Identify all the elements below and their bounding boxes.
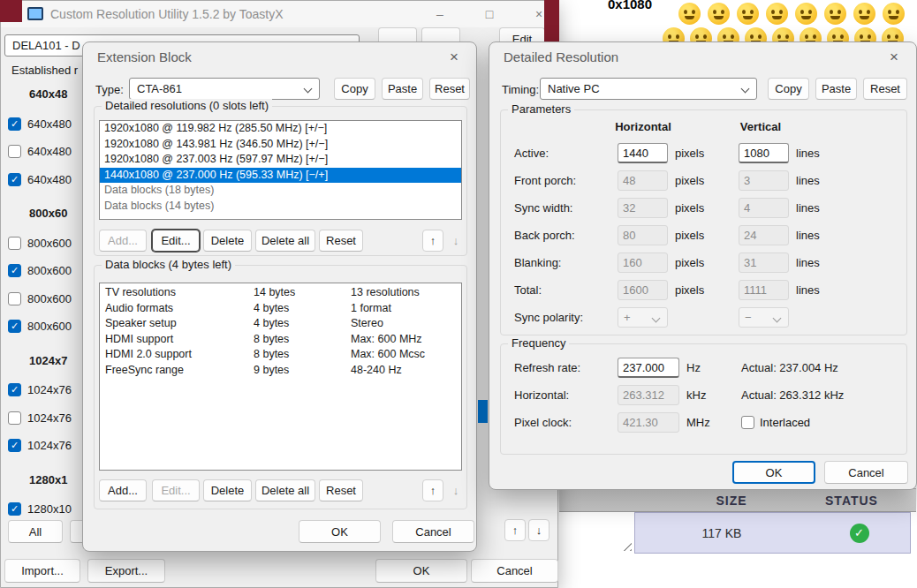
copy-button[interactable]: Copy — [768, 78, 809, 100]
background-resolution-fragment: 0x1080 — [608, 0, 652, 11]
checked-checkbox[interactable]: ✓ — [8, 439, 21, 452]
type-combobox[interactable]: CTA-861 — [129, 78, 320, 100]
resolution-label: 1024x76 — [27, 439, 72, 452]
smiley-emoji-icon — [824, 3, 846, 25]
resize-grip-icon[interactable] — [620, 539, 632, 551]
import-button[interactable]: Import... — [4, 559, 80, 583]
frequency-unit-label: kHz — [686, 388, 734, 402]
chevron-down-icon — [773, 314, 782, 323]
checked-checkbox[interactable]: ✓ — [8, 502, 21, 516]
copy-button[interactable]: Copy — [334, 78, 375, 100]
actual-value-label: Actual: 237.004 Hz — [741, 361, 838, 374]
detailed-resolution-item[interactable]: 1440x1080 @ 237.000 Hz (595.33 MHz) [−/+… — [100, 168, 461, 184]
data-block-row[interactable]: HDMI 2.0 support8 bytesMax: 600 Mcsc — [100, 347, 461, 363]
close-button[interactable]: × — [883, 46, 906, 69]
data-block-bytes: 4 bytes — [254, 301, 351, 317]
minimize-button[interactable]: – — [425, 1, 455, 27]
interlaced-toggle[interactable]: Interlaced — [741, 416, 810, 429]
unchecked-checkbox[interactable] — [8, 237, 21, 250]
resolution-label: 800x600 — [27, 292, 72, 305]
resolution-row[interactable]: ✓640x480 — [8, 170, 84, 189]
move-up-button[interactable]: ↑ — [422, 479, 443, 501]
move-up-button[interactable]: ↑ — [422, 230, 443, 252]
data-block-row[interactable]: FreeSync range9 bytes48-240 Hz — [100, 363, 461, 379]
close-button[interactable]: × — [443, 46, 466, 69]
vertical-value-field[interactable]: 1080 — [739, 143, 789, 163]
parameter-row: Front porch:48pixels3lines — [489, 167, 916, 194]
dialog-title: Extension Block — [97, 49, 192, 64]
data-block-row[interactable]: Audio formats4 bytes1 format — [100, 301, 461, 317]
data-block-row[interactable]: TV resolutions14 bytes13 resolutions — [100, 285, 461, 301]
h-sync-polarity-dropdown: + — [618, 307, 668, 328]
parameter-label: Total: — [514, 283, 618, 297]
checked-checkbox[interactable]: ✓ — [8, 264, 21, 277]
resolution-row[interactable]: ✓1024x76 — [8, 381, 84, 400]
resolution-row[interactable]: ✓800x600 — [8, 261, 84, 281]
resolution-row[interactable]: ✓800x600 — [8, 317, 84, 336]
resolution-group-header: 800x60 — [29, 207, 84, 221]
group-legend: Frequency — [508, 336, 569, 350]
main-ok-button[interactable]: OK — [375, 559, 467, 583]
timing-combobox[interactable]: Native PC — [540, 78, 757, 100]
checked-checkbox[interactable]: ✓ — [8, 117, 21, 131]
all-button[interactable]: All — [8, 520, 63, 543]
detailed-resolution-item[interactable]: Data blocks (18 bytes) — [100, 183, 461, 199]
v-sync-polarity-dropdown: − — [739, 307, 789, 328]
paste-button[interactable]: Paste — [815, 78, 857, 100]
parameter-row: Blanking:160pixels31lines — [489, 249, 916, 276]
sync-polarity-label: Sync polarity: — [514, 311, 618, 324]
paste-button[interactable]: Paste — [382, 78, 423, 100]
ok-button[interactable]: OK — [299, 520, 381, 543]
resolution-row[interactable]: ✓640x480 — [8, 114, 84, 133]
edit-button[interactable]: Edit... — [152, 230, 200, 252]
reset-button[interactable]: Reset — [863, 78, 907, 100]
resolution-label: 1280x10 — [27, 502, 72, 516]
pixels-unit-label: pixels — [675, 174, 731, 187]
detailed-resolution-item[interactable]: 1920x1080 @ 143.981 Hz (346.50 MHz) [+/−… — [100, 137, 461, 153]
frequency-rows: Refresh rate:237.000HzActual: 237.004 Hz… — [489, 354, 916, 436]
delete-button[interactable]: Delete — [203, 230, 252, 252]
cancel-button[interactable]: Cancel — [824, 461, 908, 484]
delete-all-button[interactable]: Delete all — [255, 479, 315, 501]
checked-checkbox[interactable]: ✓ — [8, 173, 21, 186]
unchecked-checkbox[interactable] — [8, 145, 21, 158]
reset-list-button[interactable]: Reset — [319, 479, 363, 501]
move-down-button[interactable]: ↓ — [528, 519, 549, 541]
add-button[interactable]: Add... — [99, 479, 147, 501]
detailed-resolution-item[interactable]: Data blocks (14 bytes) — [100, 199, 461, 215]
resolution-row[interactable]: ✓1280x10 — [8, 500, 84, 519]
ok-button[interactable]: OK — [732, 461, 815, 484]
frequency-value-field[interactable]: 237.000 — [618, 358, 679, 378]
main-cancel-button[interactable]: Cancel — [471, 559, 558, 583]
unchecked-checkbox[interactable] — [8, 292, 21, 305]
export-button[interactable]: Export... — [87, 559, 165, 583]
maximize-button[interactable]: □ — [474, 1, 504, 27]
resolution-row[interactable]: 800x600 — [8, 289, 84, 308]
interlaced-checkbox[interactable] — [741, 416, 754, 429]
checked-checkbox[interactable]: ✓ — [8, 383, 21, 396]
delete-button[interactable]: Delete — [203, 479, 252, 501]
frequency-unit-label: Hz — [686, 361, 734, 374]
resolution-row[interactable]: 640x480 — [8, 142, 84, 162]
frequency-row: Refresh rate:237.000HzActual: 237.004 Hz — [489, 354, 916, 381]
data-block-row[interactable]: HDMI support8 bytesMax: 600 MHz — [100, 332, 461, 348]
detailed-resolution-item[interactable]: 1920x1080 @ 237.003 Hz (597.97 MHz) [+/−… — [100, 152, 461, 168]
vertical-column-header: Vertical — [716, 120, 805, 133]
horizontal-value-field[interactable]: 1440 — [618, 143, 668, 163]
cancel-button[interactable]: Cancel — [392, 520, 474, 543]
unchecked-checkbox[interactable] — [8, 411, 21, 425]
resolution-row[interactable]: ✓1024x76 — [8, 436, 84, 456]
data-block-row[interactable]: Speaker setup4 bytesStereo — [100, 316, 461, 332]
reset-button[interactable]: Reset — [429, 78, 470, 100]
status-cell: ✓ — [808, 513, 910, 553]
resolution-row[interactable]: 800x600 — [8, 233, 84, 253]
resolution-row[interactable]: 1024x76 — [8, 408, 84, 427]
lines-unit-label: lines — [796, 201, 831, 215]
delete-all-button[interactable]: Delete all — [255, 230, 315, 252]
move-up-button[interactable]: ↑ — [504, 519, 526, 541]
detailed-resolution-item[interactable]: 1920x1080 @ 119.982 Hz (285.50 MHz) [+/−… — [100, 121, 461, 137]
established-resolutions-label: Established r — [11, 64, 78, 77]
checked-checkbox[interactable]: ✓ — [8, 320, 21, 333]
reset-list-button[interactable]: Reset — [319, 230, 363, 252]
chevron-down-icon — [652, 314, 661, 323]
